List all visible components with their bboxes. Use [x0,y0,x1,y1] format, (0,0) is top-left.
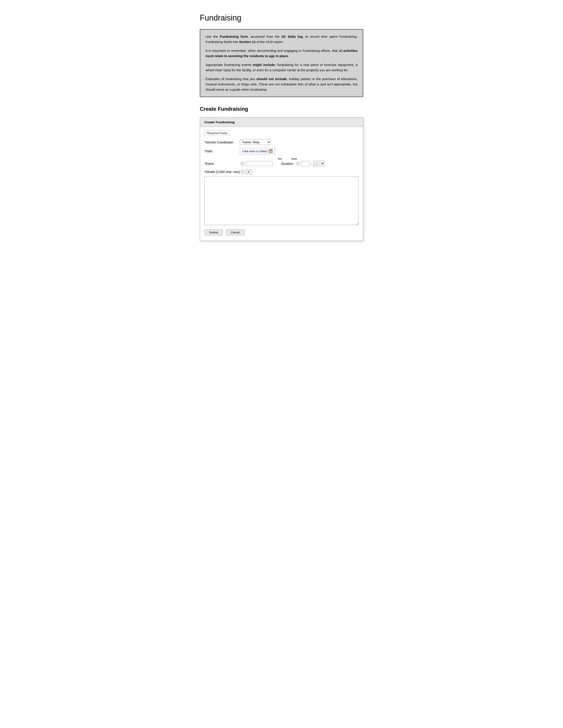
create-fundraising-form-container: Create Fundraising *Required Fields *Ser… [200,117,363,241]
duration-mins-select[interactable]: -- 00 15 30 45 [313,161,324,166]
form-header: Create Fundraising [200,118,363,127]
service-coordinator-label: *Service Coordinator: [204,141,240,144]
duration-section: Duration: ? : -- 00 15 30 45 [281,161,324,166]
event-label: *Event: [204,162,240,165]
duration-label: Duration: [281,162,294,165]
calendar-icon: 📅 [269,149,273,153]
hrs-label: hrs [275,157,285,160]
service-coordinator-row: *Service Coordinator: Trainer, Misty [204,139,359,145]
details-help-icon[interactable]: ? [241,170,244,174]
required-fields-label: *Required Fields [204,130,359,139]
details-textarea[interactable] [204,176,359,225]
info-paragraph-2: It is important to remember, when docume… [205,48,358,59]
details-label: *Details (2,000 char. max) [204,170,240,174]
date-label: *Date: [204,149,240,153]
info-paragraph-3: Appropriate fundraising events might inc… [205,62,358,73]
info-paragraph-4: Examples of fundraising that you should … [205,76,358,92]
form-footer: Submit Cancel [204,229,359,236]
event-duration-row: *Event: ? Duration: ? : -- 00 15 30 45 [204,161,359,166]
duration-hrs-input[interactable] [301,161,310,166]
submit-button[interactable]: Submit [204,229,222,235]
duration-header-labels: hrs mins [275,157,359,160]
date-row: *Date: Click Here to Select 📅 [204,148,359,154]
service-coordinator-select[interactable]: Trainer, Misty [240,139,271,145]
event-input[interactable] [246,161,272,166]
details-row: *Details (2,000 char. max) ? ✔ [204,169,359,174]
duration-colon: : [311,162,312,165]
info-paragraph-1: Use the Fundraising form, accessed from … [205,34,358,45]
date-select-button[interactable]: Click Here to Select 📅 [240,148,275,154]
info-box: Use the Fundraising form, accessed from … [200,29,363,97]
duration-help-icon[interactable]: ? [296,162,300,165]
event-help-icon[interactable]: ? [241,162,244,165]
form-body: *Required Fields *Service Coordinator: T… [200,127,363,241]
section-title: Create Fundraising [200,106,363,112]
mins-label: mins [288,157,301,160]
date-button-text: Click Here to Select [242,150,267,153]
spellcheck-button[interactable]: ✔ [246,169,252,174]
page-title: Fundraising [200,13,363,23]
cancel-button[interactable]: Cancel [226,229,244,235]
